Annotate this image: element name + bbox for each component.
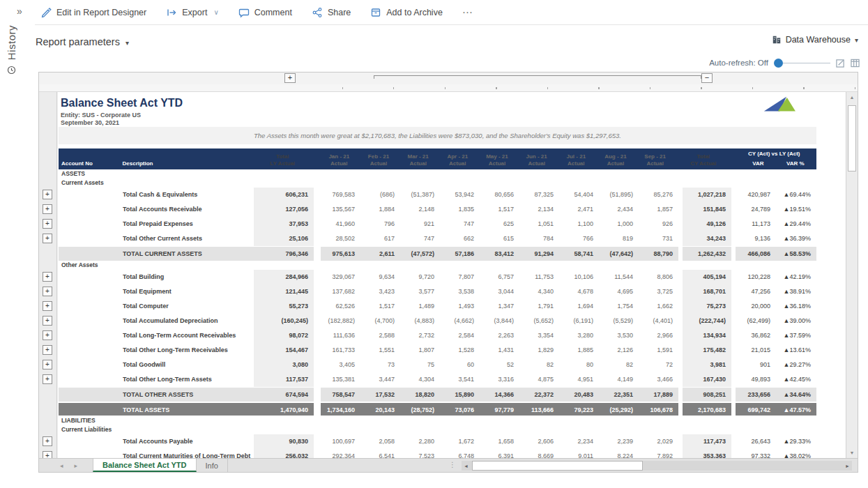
expand-row-button[interactable]: +	[43, 204, 52, 214]
cell-month: 2,263	[480, 328, 519, 343]
cell-month: 79,223	[559, 402, 599, 416]
expand-panel-icon[interactable]: »	[17, 6, 22, 17]
zoom-track[interactable]	[374, 75, 701, 79]
scroll-left-button[interactable]: ◄	[462, 464, 471, 468]
edit-in-report-designer-button[interactable]: Edit in Report Designer	[40, 7, 146, 18]
cell-month: 1,517	[480, 202, 519, 217]
scroll-right-button[interactable]: ►	[843, 464, 852, 468]
cell-account-no	[59, 246, 123, 261]
header-var-label: VAR	[732, 160, 772, 167]
cell-month: 747	[400, 231, 440, 246]
more-actions-button[interactable]: ⋯	[462, 6, 473, 19]
edit-note-icon[interactable]	[836, 59, 845, 68]
cell-month: 73,076	[440, 402, 480, 416]
grid-columns-icon[interactable]	[851, 59, 860, 68]
cell-month: 28,502	[321, 231, 360, 246]
cell-month: 4,951	[559, 372, 599, 387]
table-row: +Total Goodwill3,0803,405737560528280827…	[59, 358, 816, 372]
cell-month: 4,340	[519, 284, 559, 299]
cell-account-no	[59, 202, 123, 217]
cell-month: 3,541	[440, 372, 480, 387]
cell-description: Total Cash & Equivalents	[123, 188, 254, 202]
expand-row-button[interactable]: +	[43, 287, 52, 296]
report-parameters-dropdown[interactable]: Report parameters ▾	[36, 36, 129, 47]
expand-row-button[interactable]: +	[43, 301, 52, 311]
expand-row-button[interactable]: +	[43, 360, 52, 369]
cell-month: 58,741	[559, 246, 599, 261]
table-row: TOTAL ASSETS1,470,9401,734,16020,143(28,…	[59, 402, 816, 416]
cell-account-no	[59, 217, 123, 231]
cell-month: 52	[480, 358, 519, 372]
cell-month: 97,779	[480, 402, 519, 416]
share-button[interactable]: Share	[312, 7, 351, 18]
cell-account-no	[59, 284, 123, 299]
data-source-dropdown[interactable]: Data Warehouse ▾	[772, 35, 858, 45]
cell-month: 135,381	[321, 372, 360, 387]
zoom-bar: + −	[39, 73, 858, 84]
horizontal-scroll-thumb[interactable]	[472, 461, 643, 471]
cell-month: (28,752)	[400, 402, 440, 416]
section-row: ASSETS	[59, 169, 816, 178]
cell-month: 2,239	[599, 434, 639, 449]
expand-row-button[interactable]: +	[43, 234, 52, 243]
cell-var-pct: ▲29.44%	[776, 217, 816, 231]
expand-row-button[interactable]: +	[43, 190, 52, 199]
cell-var-pct: ▲39.00%	[776, 314, 816, 328]
zoom-in-button[interactable]: +	[284, 73, 296, 83]
tab-prev-button[interactable]: ◂	[60, 462, 63, 469]
cell-month: 3,044	[480, 284, 519, 299]
cell-month: 1,791	[519, 299, 559, 314]
cell-cy-total: 34,243	[683, 231, 731, 246]
cell-cy-total: 168,701	[683, 284, 731, 299]
header-line1: Jul - 21	[556, 153, 596, 160]
cell-month: (6,191)	[559, 314, 599, 328]
cell-account-no	[59, 402, 123, 416]
expand-row-button[interactable]: +	[43, 272, 52, 282]
comment-button[interactable]: Comment	[238, 7, 292, 18]
export-button[interactable]: Export ∨	[166, 7, 218, 18]
header-line1: Total	[252, 153, 312, 160]
zoom-out-button[interactable]: −	[701, 73, 713, 83]
expand-row-button[interactable]: +	[43, 316, 52, 326]
cell-var: 11,173	[736, 217, 776, 231]
cell-ly-total: 256,032	[254, 449, 314, 458]
add-to-archive-button[interactable]: Add to Archive	[370, 7, 443, 18]
expand-row-button[interactable]: +	[43, 374, 52, 384]
cell-month: 1,829	[519, 343, 559, 358]
cell-account-no	[59, 188, 123, 202]
cell-month: 111,636	[321, 328, 360, 343]
cell-month: 7,892	[639, 449, 678, 458]
cell-month: (182,882)	[321, 314, 360, 328]
header-line2: Actual	[517, 160, 556, 167]
expand-row-button[interactable]: +	[43, 345, 52, 355]
history-panel-toggle[interactable]: History	[6, 25, 17, 75]
cell-month: 11,544	[599, 270, 639, 284]
header-col-sep-21: Sep - 21Actual	[635, 148, 675, 169]
scroll-up-button[interactable]: ▲	[846, 92, 858, 102]
scroll-down-button[interactable]: ▼	[846, 448, 858, 458]
expand-row-button[interactable]: +	[43, 436, 52, 446]
cell-month: 9,720	[400, 270, 440, 284]
sheet-tab-balance-sheet-act-ytd[interactable]: Balance Sheet Act YTD	[93, 459, 196, 472]
horizontal-scrollbar[interactable]: ◄ ►	[462, 461, 852, 471]
expand-row-button[interactable]: +	[43, 330, 52, 340]
sheet-tab-bar: ◂ ▸ Balance Sheet Act YTDInfo ⋮ ◄ ►	[39, 458, 858, 472]
cell-month: 3,447	[360, 372, 400, 387]
vertical-scrollbar[interactable]: ▲ ▼	[846, 92, 858, 458]
cell-month: 4,678	[559, 284, 599, 299]
horizontal-scroll-track[interactable]	[471, 461, 843, 471]
cell-month: 1,489	[400, 299, 440, 314]
tab-next-button[interactable]: ▸	[75, 462, 78, 469]
cell-month: 22,351	[599, 387, 639, 402]
splitter-grip-icon[interactable]: ⋮	[449, 461, 456, 468]
header-description-label: Description	[123, 160, 253, 167]
cell-month: 2,584	[440, 328, 480, 343]
expand-row-button[interactable]: +	[43, 219, 52, 229]
vertical-scroll-track[interactable]	[846, 102, 858, 448]
expand-row-button[interactable]: +	[43, 451, 52, 458]
auto-refresh-slider[interactable]	[774, 59, 830, 68]
slider-knob[interactable]	[774, 59, 783, 68]
report-date: September 30, 2021	[61, 119, 846, 126]
vertical-scroll-thumb[interactable]	[848, 105, 856, 171]
sheet-tab-info[interactable]: Info	[197, 459, 228, 472]
